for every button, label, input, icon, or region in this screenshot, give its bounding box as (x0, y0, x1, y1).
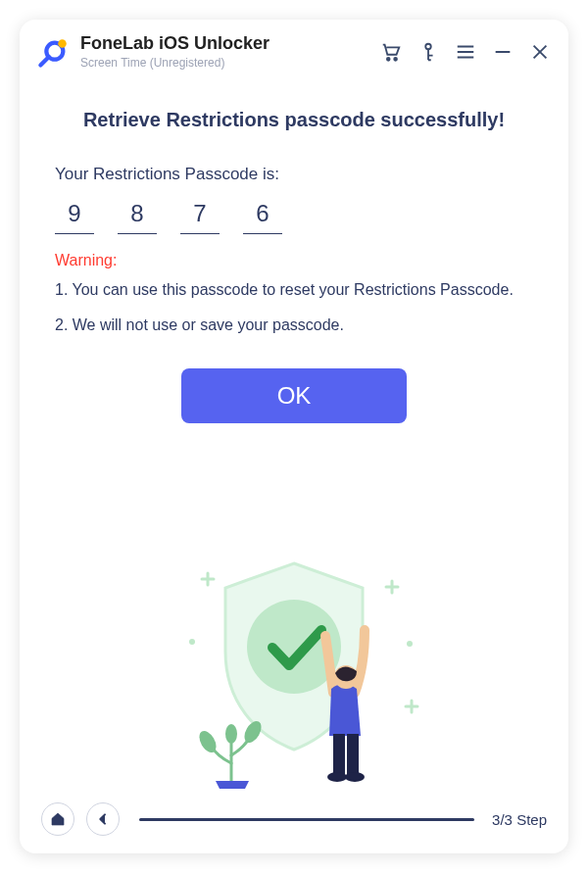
svg-point-5 (425, 43, 431, 49)
home-icon (50, 811, 66, 827)
key-icon[interactable] (417, 41, 439, 63)
content-area: Retrieve Restrictions passcode successfu… (20, 75, 568, 789)
back-button[interactable] (86, 802, 120, 836)
warning-note-2: 2. We will not use or save your passcode… (55, 315, 533, 336)
minimize-icon[interactable] (492, 41, 514, 63)
success-illustration (55, 433, 533, 789)
svg-point-27 (327, 772, 347, 782)
menu-icon[interactable] (455, 41, 476, 63)
svg-line-1 (40, 57, 49, 66)
svg-point-3 (387, 57, 390, 60)
close-icon[interactable] (529, 41, 551, 63)
passcode-digit-2: 8 (118, 196, 157, 234)
passcode-digit-3: 7 (180, 196, 220, 234)
progress-bar (139, 818, 474, 821)
passcode-digit-4: 6 (243, 196, 282, 234)
title-bar-icons (380, 41, 551, 63)
chevron-left-icon (95, 811, 111, 827)
svg-point-28 (345, 772, 365, 782)
title-bar: FoneLab iOS Unlocker Screen Time (Unregi… (20, 20, 568, 75)
warning-note-1: 1. You can use this passcode to reset yo… (55, 279, 533, 301)
step-indicator: 3/3 Step (492, 811, 547, 828)
app-window: FoneLab iOS Unlocker Screen Time (Unregi… (20, 20, 568, 853)
ok-button[interactable]: OK (181, 368, 407, 423)
svg-point-22 (407, 641, 413, 647)
passcode-label: Your Restrictions Passcode is: (55, 165, 533, 184)
app-subtitle: Screen Time (Unregistered) (80, 56, 380, 70)
passcode-digits: 9 8 7 6 (55, 196, 533, 234)
home-button[interactable] (41, 802, 74, 836)
svg-point-21 (189, 639, 195, 645)
app-title: FoneLab iOS Unlocker (80, 33, 380, 54)
page-heading: Retrieve Restrictions passcode successfu… (55, 109, 533, 131)
svg-point-4 (394, 57, 397, 60)
title-texts: FoneLab iOS Unlocker Screen Time (Unregi… (80, 33, 380, 70)
cart-icon[interactable] (380, 41, 402, 63)
svg-point-2 (58, 39, 67, 48)
app-logo-icon (37, 35, 71, 69)
passcode-digit-1: 9 (55, 196, 94, 234)
warning-label: Warning: (55, 252, 533, 269)
svg-point-31 (225, 724, 237, 744)
footer-bar: 3/3 Step (20, 789, 568, 853)
svg-rect-25 (333, 734, 345, 775)
svg-rect-26 (347, 734, 359, 775)
